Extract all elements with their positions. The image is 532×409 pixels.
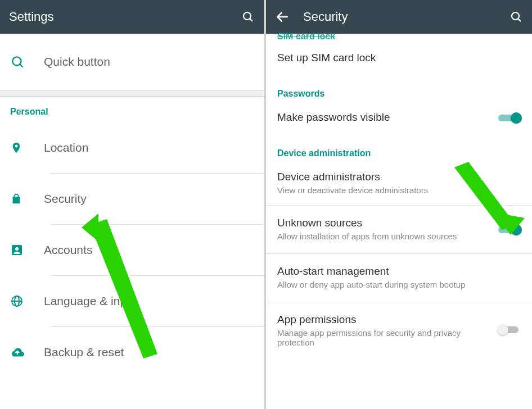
sim-lock-title: Set up SIM card lock [277,52,521,64]
security-title: Security [303,10,510,24]
settings-item-label: Accounts [44,243,92,257]
location-icon [10,140,44,156]
security-screen: Security SIM card lock Set up SIM card l… [266,0,532,409]
svg-point-0 [244,12,251,20]
settings-item-security[interactable]: Security [0,174,264,224]
settings-appbar: Settings [0,0,264,34]
settings-item-label: Location [44,141,88,154]
auto-start-sub: Allow or deny app auto-start during syst… [277,280,521,289]
unknown-sources-toggle[interactable] [498,224,521,236]
settings-item-label: Language & input [44,294,137,308]
passwords-visible-toggle[interactable] [498,112,521,124]
auto-start-item[interactable]: Auto-start management Allow or deny app … [266,254,532,302]
device-administrators-sub: View or deactivate device administrators [277,185,521,195]
quick-button-icon [10,54,44,69]
device-admin-header: Device administration [266,134,532,162]
quick-button-row[interactable]: Quick button [0,34,264,90]
sim-lock-item[interactable]: Set up SIM card lock [266,43,532,74]
passwords-header: Passwords [266,74,532,102]
app-permissions-toggle[interactable] [498,324,521,336]
passwords-visible-title: Make passwords visible [277,111,521,124]
svg-point-12 [512,12,519,20]
search-icon[interactable] [241,10,255,24]
accounts-icon [10,243,44,257]
section-divider [0,90,264,97]
svg-point-5 [15,247,19,251]
auto-start-title: Auto-start management [277,265,521,278]
globe-icon [10,294,44,308]
settings-item-location[interactable]: Location [0,122,264,173]
device-administrators-item[interactable]: Device administrators View or deactivate… [266,162,532,205]
svg-line-13 [518,19,521,21]
app-permissions-sub: Manage app permissions for security and … [277,328,521,347]
settings-item-accounts[interactable]: Accounts [0,225,264,275]
settings-item-label: Security [44,192,87,206]
sim-lock-header-cutoff: SIM card lock [266,31,532,43]
passwords-visible-item[interactable]: Make passwords visible [266,102,532,134]
svg-point-2 [12,57,21,65]
quick-button-label: Quick button [44,55,110,69]
unknown-sources-sub: Allow installation of apps from unknown … [277,231,521,241]
settings-item-backup[interactable]: Backup & reset [0,327,264,378]
svg-line-1 [250,19,253,21]
settings-item-language[interactable]: Language & input [0,276,264,326]
app-permissions-item[interactable]: App permissions Manage app permissions f… [266,302,532,357]
device-administrators-title: Device administrators [277,171,521,183]
unknown-sources-title: Unknown sources [277,217,521,229]
svg-line-3 [20,64,22,67]
unknown-sources-item[interactable]: Unknown sources Allow installation of ap… [266,206,532,253]
cloud-upload-icon [10,347,44,358]
back-icon[interactable] [275,10,290,24]
settings-item-label: Backup & reset [44,346,124,359]
lock-icon [10,192,44,206]
settings-screen: Settings Quick button Personal [0,0,266,409]
settings-title: Settings [9,10,241,24]
security-appbar: Security [266,0,532,34]
personal-header: Personal [0,97,264,122]
search-icon[interactable] [510,10,523,24]
app-permissions-title: App permissions [277,313,521,326]
